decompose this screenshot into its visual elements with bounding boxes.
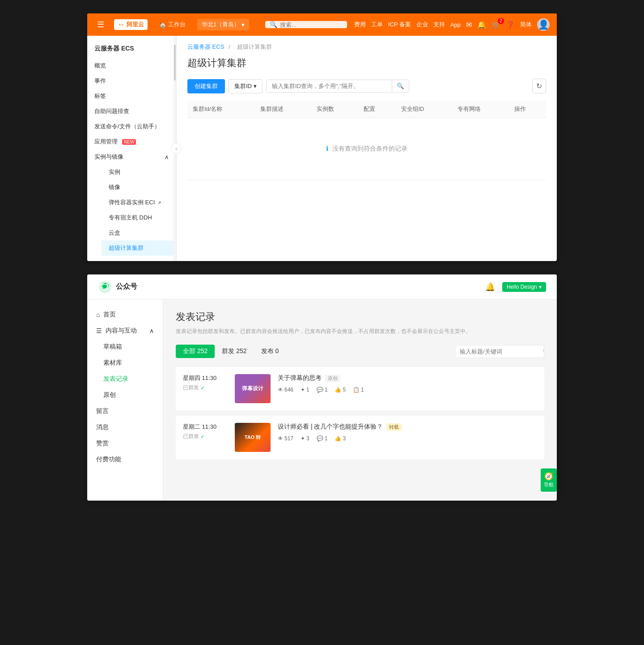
lang-label[interactable]: 简体 bbox=[520, 21, 532, 29]
global-search[interactable]: 🔍 bbox=[265, 21, 347, 28]
nav-fees[interactable]: 费用 bbox=[354, 21, 366, 29]
sidebar-sub-instance: 实例 镜像 弹性容器实例 ECI ↗ 专有宿主机 DDH 云盒 超级计算集群 bbox=[87, 164, 176, 256]
wx-search-icon: 🔍 bbox=[543, 348, 544, 355]
cluster-search[interactable]: 🔍 bbox=[266, 80, 409, 93]
tab-broadcast[interactable]: 群发 252 bbox=[215, 345, 254, 358]
cluster-search-input[interactable] bbox=[267, 80, 392, 92]
sidebar-label-original: 原创 bbox=[103, 391, 116, 399]
wx-user-dropdown-icon: ▾ bbox=[539, 284, 542, 290]
empty-cell: ℹ 没有查询到符合条件的记录 bbox=[187, 118, 546, 180]
bell-icon[interactable]: 🔔 bbox=[477, 21, 486, 29]
stars-icon-1: ✦ bbox=[301, 387, 305, 393]
sidebar-item-original[interactable]: 原创 bbox=[87, 387, 163, 403]
sidebar-label-eci: 弹性容器实例 ECI bbox=[109, 198, 155, 207]
nav-app[interactable]: App bbox=[450, 21, 461, 28]
sidebar-item-troubleshoot[interactable]: 自助问题排查 bbox=[87, 104, 176, 119]
sidebar-item-tags[interactable]: 标签 bbox=[87, 89, 176, 104]
post-badge-2: 转载 bbox=[386, 423, 402, 431]
nav-workbench[interactable]: 🏠 工作台 bbox=[155, 13, 190, 36]
cluster-table: 集群Id/名称 集群描述 实例数 配置 安全组ID 专有网络 操作 ℹ bbox=[187, 101, 546, 180]
wx-header: 公众号 🔔 Hello Design ▾ bbox=[87, 274, 557, 299]
nav-enterprise[interactable]: 企业 bbox=[416, 21, 428, 29]
sidebar-item-cloudbox[interactable]: 云盒 bbox=[102, 225, 176, 240]
sidebar-item-image[interactable]: 镜像 bbox=[102, 180, 176, 195]
wx-header-right: 🔔 Hello Design ▾ bbox=[485, 282, 546, 292]
comments-value-2: 1 bbox=[325, 435, 328, 442]
sidebar-label-home: 首页 bbox=[103, 311, 116, 319]
shares-icon-1: 📋 bbox=[353, 387, 360, 393]
sidebar-item-appreciation[interactable]: 赞赏 bbox=[87, 435, 163, 451]
sidebar-item-messages[interactable]: 消息 bbox=[87, 419, 163, 435]
sidebar-item-home[interactable]: ⌂ 首页 bbox=[87, 307, 163, 323]
help-icon[interactable]: ❓ bbox=[506, 21, 515, 29]
sidebar-item-ddh[interactable]: 专有宿主机 DDH bbox=[102, 210, 176, 225]
search-icon: 🔍 bbox=[397, 83, 404, 89]
views-icon-1: 👁 bbox=[278, 387, 283, 393]
empty-state: ℹ 没有查询到符合条件的记录 bbox=[187, 118, 546, 180]
search-input[interactable] bbox=[280, 21, 343, 28]
region-selector[interactable]: 华北1（青岛） ▾ bbox=[197, 19, 249, 30]
post-meta-2: 星期二 11:30 已群发 ✓ bbox=[183, 423, 228, 452]
col-config: 配置 bbox=[358, 101, 395, 118]
workbench-label: 工作台 bbox=[168, 21, 186, 29]
likes-value-1: 5 bbox=[343, 387, 346, 393]
sidebar-item-overview[interactable]: 概览 bbox=[87, 58, 176, 73]
wx-search-box[interactable]: 🔍 bbox=[455, 345, 544, 358]
wx-search-button[interactable]: 🔍 bbox=[539, 346, 544, 358]
sidebar-item-comments[interactable]: 留言 bbox=[87, 403, 163, 419]
wx-body: ⌂ 首页 ☰ 内容与互动 ∧ 草稿箱 素材库 bbox=[87, 299, 557, 501]
thumb-visual-2: TAO 转 bbox=[235, 423, 271, 452]
post-content-1: 关于弹幕的思考 原创 👁 646 ✦ 1 bbox=[278, 374, 537, 403]
sidebar-label-app: 应用管理 bbox=[94, 138, 118, 146]
info-icon: ℹ bbox=[326, 145, 328, 152]
sidebar-group-collapse-icon: ∧ bbox=[149, 327, 154, 334]
post-stats-1: 👁 646 ✦ 1 💬 1 bbox=[278, 387, 537, 393]
wx-bell-icon[interactable]: 🔔 bbox=[485, 282, 495, 292]
shares-value-1: 1 bbox=[361, 387, 364, 393]
user-avatar[interactable]: 👤 bbox=[537, 18, 550, 31]
sidebar-item-materials[interactable]: 素材库 bbox=[87, 355, 163, 371]
tab-publish[interactable]: 发布 0 bbox=[254, 345, 286, 358]
sidebar-label-troubleshoot: 自助问题排查 bbox=[94, 107, 129, 115]
breadcrumb-ecs[interactable]: 云服务器 ECS bbox=[187, 43, 224, 50]
sidebar-item-paid[interactable]: 付费功能 bbox=[87, 451, 163, 468]
tab-all[interactable]: 全部 252 bbox=[176, 345, 215, 358]
sidebar-group-content[interactable]: ☰ 内容与互动 ∧ bbox=[87, 323, 163, 339]
sidebar-item-instance[interactable]: 实例 bbox=[102, 164, 176, 180]
filter-dropdown[interactable]: 集群ID ▾ bbox=[229, 79, 263, 93]
wx-user-button[interactable]: Hello Design ▾ bbox=[502, 282, 546, 292]
col-actions: 操作 bbox=[509, 101, 546, 118]
sidebar-item-hpc[interactable]: 超级计算集群 bbox=[102, 240, 176, 256]
views-value-1: 646 bbox=[284, 387, 293, 393]
sidebar-item-app[interactable]: 应用管理 NEW bbox=[87, 134, 176, 149]
sidebar-item-drafts[interactable]: 草稿箱 bbox=[87, 339, 163, 355]
sidebar-item-events[interactable]: 事件 bbox=[87, 73, 176, 89]
sidebar-label-messages: 消息 bbox=[96, 423, 109, 431]
sidebar-group-instance[interactable]: 实例与镜像 ∧ bbox=[87, 149, 176, 164]
create-cluster-button[interactable]: 创建集群 bbox=[187, 79, 225, 93]
comments-icon-2: 💬 bbox=[317, 435, 323, 442]
refresh-button[interactable]: ↻ bbox=[532, 79, 546, 93]
float-nav-button[interactable]: 🧭 导航 bbox=[541, 468, 557, 492]
nav-icp[interactable]: ICP 备案 bbox=[388, 21, 411, 29]
sidebar-item-command[interactable]: 发送命令/文件（云助手） bbox=[87, 119, 176, 134]
message-icon[interactable]: ✉ bbox=[466, 21, 472, 29]
ali-logo[interactable]: ↔ 阿里云 bbox=[114, 19, 148, 30]
sidebar-collapse-button[interactable]: ‹ bbox=[171, 143, 182, 154]
sidebar-label-overview: 概览 bbox=[94, 62, 106, 70]
sidebar-label-events: 事件 bbox=[94, 77, 106, 85]
cart-container: 🛒 2 bbox=[491, 21, 500, 29]
post-status-1: 已群发 ✓ bbox=[183, 384, 228, 392]
search-button[interactable]: 🔍 bbox=[392, 80, 409, 92]
nav-support[interactable]: 支持 bbox=[433, 21, 445, 29]
sidebar-item-eci[interactable]: 弹性容器实例 ECI ↗ bbox=[102, 195, 176, 210]
nav-ticket[interactable]: 工单 bbox=[371, 21, 383, 29]
stat-likes-1: 👍 5 bbox=[335, 387, 346, 393]
menu-button[interactable]: ☰ bbox=[94, 18, 107, 31]
sidebar-item-publish[interactable]: 发表记录 bbox=[87, 371, 163, 387]
views-icon-2: 👁 bbox=[278, 435, 283, 442]
wx-search-input[interactable] bbox=[455, 346, 539, 358]
sidebar-group-label: 实例与镜像 bbox=[94, 153, 123, 161]
wx-logo-text: 公众号 bbox=[116, 282, 137, 291]
search-icon: 🔍 bbox=[270, 21, 277, 28]
